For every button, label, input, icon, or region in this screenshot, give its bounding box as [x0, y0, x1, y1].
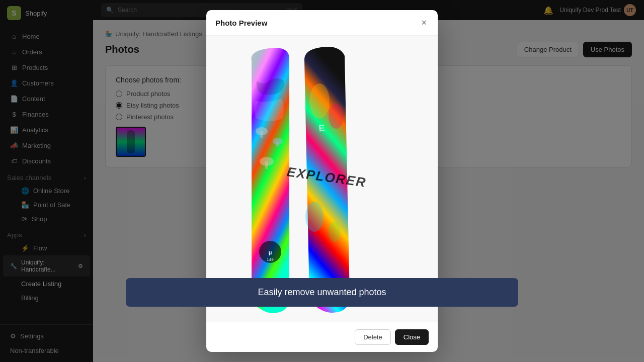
- main-content: 🔍 ⌘ K 🔔 Uniquify Dev Prod Test UT 🏪 Uniq…: [93, 0, 644, 362]
- modal-close-x-button[interactable]: ×: [419, 17, 429, 28]
- svg-text:E: E: [318, 123, 326, 134]
- close-modal-button[interactable]: Close: [395, 329, 429, 345]
- svg-point-16: [329, 222, 341, 242]
- svg-rect-10: [265, 161, 268, 169]
- svg-text:μ: μ: [269, 249, 272, 255]
- modal-title: Photo Preview: [215, 19, 267, 27]
- modal-header: Photo Preview ×: [206, 10, 438, 36]
- tooltip-text: Easily remove unwanted photos: [258, 287, 386, 297]
- svg-rect-8: [276, 141, 279, 147]
- modal-overlay: Photo Preview ×: [0, 0, 644, 362]
- tooltip-banner: Easily remove unwanted photos: [126, 278, 518, 307]
- svg-text:149: 149: [267, 257, 274, 262]
- svg-point-15: [305, 202, 324, 232]
- svg-rect-6: [260, 131, 263, 138]
- svg-point-13: [309, 83, 330, 119]
- svg-point-14: [329, 104, 344, 129]
- delete-button[interactable]: Delete: [355, 329, 391, 345]
- modal-footer: Delete Close: [206, 322, 438, 352]
